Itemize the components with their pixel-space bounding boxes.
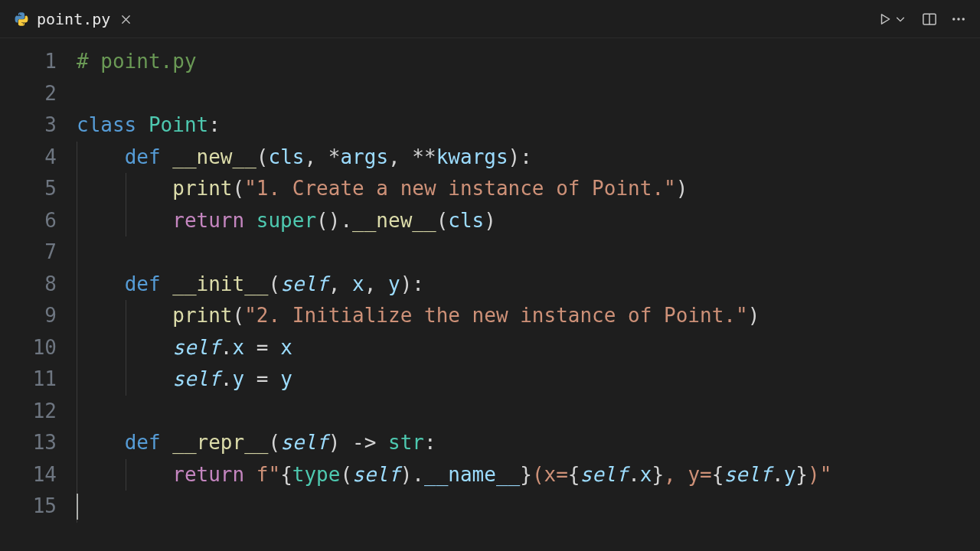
code-line	[77, 491, 980, 523]
code-line: return super().__new__(cls)	[77, 205, 980, 237]
code-line: self.x = x	[77, 332, 980, 364]
code-line: self.y = y	[77, 364, 980, 396]
text-cursor	[77, 494, 78, 520]
code-line: print("2. Initialize the new instance of…	[77, 300, 980, 332]
code-line: return f"{type(self).__name__}(x={self.x…	[77, 459, 980, 491]
code-line	[77, 78, 980, 110]
code-line	[77, 396, 980, 428]
editor-actions	[864, 0, 980, 37]
python-file-icon	[14, 11, 29, 27]
tab-bar: point.py	[0, 0, 980, 38]
code-area[interactable]: # point.py class Point: def __new__(cls,…	[77, 38, 980, 551]
code-line: # point.py	[77, 46, 980, 78]
svg-point-3	[957, 18, 960, 21]
line-number-gutter: 123456789101112131415	[0, 38, 77, 551]
code-editor[interactable]: 123456789101112131415 # point.py class P…	[0, 38, 980, 551]
tab-point-py[interactable]: point.py	[0, 0, 144, 37]
split-editor-button[interactable]	[920, 10, 939, 28]
code-line: class Point:	[77, 109, 980, 142]
code-line: def __init__(self, x, y):	[77, 269, 980, 301]
code-line	[77, 236, 980, 269]
code-line: print("1. Create a new instance of Point…	[77, 173, 980, 205]
svg-point-2	[952, 18, 956, 21]
run-dropdown-button[interactable]	[891, 10, 910, 28]
svg-point-4	[962, 18, 965, 21]
tab-filename: point.py	[37, 10, 110, 28]
close-tab-button[interactable]	[118, 11, 133, 27]
code-line: def __repr__(self) -> str:	[77, 427, 980, 459]
code-line: def __new__(cls, *args, **kwargs):	[77, 142, 980, 174]
more-actions-button[interactable]	[949, 10, 968, 28]
